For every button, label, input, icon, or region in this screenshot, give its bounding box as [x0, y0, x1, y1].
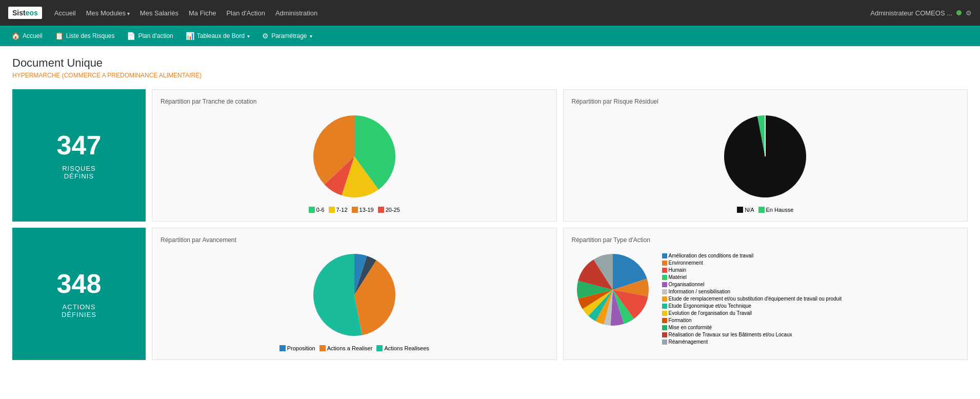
legend-dot-materiel — [662, 275, 667, 280]
logo[interactable]: Sisteos — [8, 7, 42, 19]
chart-avancement-title: Répartition par Avancement — [161, 236, 548, 244]
chart-residuel-container — [572, 110, 959, 203]
legend-organisationnel: Organisationnel — [662, 282, 705, 287]
legend-mise-conformite: Mise en conformité — [662, 325, 712, 330]
subnav-tableaux-label: Tableaux de Bord — [197, 32, 245, 39]
legend-label-20-25: 20-25 — [386, 207, 400, 213]
legend-dot-13-19 — [352, 207, 358, 213]
legend-dot-realisation-travaux — [662, 332, 667, 337]
subnav-accueil[interactable]: 🏠 Accueil — [6, 29, 48, 43]
legend-label-actions-realisees: Actions Realisees — [384, 345, 429, 351]
nav-salaries[interactable]: Mes Salariés — [140, 9, 178, 17]
risques-label: RISQUESDÉFINIS — [62, 165, 96, 180]
legend-information: Information / sensibilisation — [662, 289, 731, 294]
legend-label-information: Information / sensibilisation — [669, 289, 731, 294]
legend-reamenagement: Réaménagement — [662, 339, 708, 345]
legend-dot-actions-realiser — [319, 345, 326, 351]
chart-cotation-card: Répartition par Tranche de cotation 0-6 … — [152, 89, 557, 222]
chart-type-action-legend-container: Amélioration des conditions de travail E… — [662, 249, 959, 345]
chart-residuel-legend: N/A En Hausse — [572, 207, 959, 213]
chart-type-action-body: Amélioration des conditions de travail E… — [572, 249, 959, 345]
chart-avancement-card: Répartition par Avancement Proposition A… — [152, 228, 557, 360]
legend-label-proposition: Proposition — [287, 345, 315, 351]
legend-dot-amelioration — [662, 253, 667, 258]
subnav-parametrage-label: Paramétrage — [271, 32, 307, 39]
legend-dot-etude-ergonomique — [662, 304, 667, 309]
subnav-tableaux[interactable]: 📊 Tableaux de Bord — [181, 29, 255, 43]
legend-humain: Humain — [662, 267, 686, 273]
chart-cotation-svg — [308, 110, 401, 203]
legend-label-evolution: Evolution de l'organisation du Travail — [669, 310, 752, 316]
subnav-plan[interactable]: 📄 Plan d'action — [122, 29, 178, 43]
nav-admin[interactable]: Administration — [275, 9, 317, 17]
chart-cotation-legend: 0-6 7-12 13-19 20-25 — [161, 207, 548, 213]
legend-materiel: Matériel — [662, 274, 687, 280]
dashboard-row-1: 347 RISQUESDÉFINIS Répartition par Tranc… — [12, 89, 968, 222]
legend-dot-humain — [662, 268, 667, 273]
chart-avancement-legend: Proposition Actions a Realiser Actions R… — [161, 345, 548, 351]
legend-label-amelioration: Amélioration des conditions de travail — [669, 253, 754, 258]
chart-cotation-container — [161, 110, 548, 203]
legend-dot-actions-realisees — [376, 345, 383, 351]
legend-na: N/A — [737, 207, 754, 213]
legend-7-12: 7-12 — [329, 207, 348, 213]
chart-type-action-card: Répartition par Type d'Action Améliorati… — [563, 228, 968, 360]
legend-amelioration: Amélioration des conditions de travail — [662, 253, 754, 258]
list-icon: 📋 — [55, 32, 64, 40]
chart-avancement-container — [161, 249, 548, 341]
nav-plan[interactable]: Plan d'Action — [226, 9, 265, 17]
legend-dot-formation — [662, 318, 667, 323]
subnav-plan-label: Plan d'action — [138, 32, 173, 39]
subnav-parametrage[interactable]: ⚙ Paramétrage — [257, 29, 317, 43]
sub-navigation: 🏠 Accueil 📋 Liste des Risques 📄 Plan d'a… — [0, 26, 980, 46]
home-icon: 🏠 — [11, 32, 20, 40]
legend-label-0-6: 0-6 — [316, 207, 325, 213]
nav-modules[interactable]: Mes Modules — [86, 9, 130, 17]
legend-dot-information — [662, 289, 667, 294]
legend-evolution: Evolution de l'organisation du Travail — [662, 310, 752, 316]
legend-dot-en-hausse — [758, 207, 765, 213]
chart-cotation-title: Répartition par Tranche de cotation — [161, 98, 548, 105]
subnav-risques[interactable]: 📋 Liste des Risques — [50, 29, 120, 43]
page-subtitle: HYPERMARCHE (COMMERCE A PREDOMINANCE ALI… — [12, 72, 968, 79]
chart-type-action-title: Répartition par Type d'Action — [572, 236, 959, 244]
legend-actions-realisees: Actions Realisees — [376, 345, 429, 351]
legend-formation: Formation — [662, 317, 692, 323]
legend-label-realisation-travaux: Réalisation de Travaux sur les Bâtiments… — [669, 332, 792, 337]
legend-dot-20-25 — [378, 207, 384, 213]
legend-label-en-hausse: En Hausse — [766, 207, 794, 213]
legend-20-25: 20-25 — [378, 207, 400, 213]
chart-type-action-svg-container — [572, 249, 654, 332]
legend-en-hausse: En Hausse — [758, 207, 794, 213]
legend-dot-environnement — [662, 261, 667, 266]
legend-0-6: 0-6 — [309, 207, 325, 213]
main-content: Document Unique HYPERMARCHE (COMMERCE A … — [0, 46, 980, 399]
legend-label-formation: Formation — [669, 317, 692, 323]
risques-stat-card: 347 RISQUESDÉFINIS — [12, 89, 146, 222]
legend-dot-na — [737, 207, 743, 213]
settings-icon[interactable]: ⚙ — [966, 9, 972, 17]
legend-etude-ergonomique: Etude Ergonomique et/ou Technique — [662, 303, 752, 309]
top-nav-left: Sisteos Accueil Mes Modules Mes Salariés… — [8, 7, 317, 19]
legend-label-7-12: 7-12 — [336, 207, 348, 213]
chart-icon: 📊 — [186, 32, 194, 40]
chart-residuel-title: Répartition par Risque Résiduel — [572, 98, 959, 105]
legend-dot-7-12 — [329, 207, 335, 213]
top-navigation: Sisteos Accueil Mes Modules Mes Salariés… — [0, 0, 980, 26]
legend-label-etude-remplacement: Etude de remplacement et/ou substitution… — [669, 296, 842, 302]
nav-accueil[interactable]: Accueil — [54, 9, 76, 17]
legend-label-na: N/A — [745, 207, 754, 213]
legend-label-actions-realiser: Actions a Realiser — [327, 345, 373, 351]
legend-dot-reamenagement — [662, 340, 667, 345]
legend-dot-evolution — [662, 311, 667, 316]
legend-dot-etude-remplacement — [662, 296, 667, 302]
user-name: Administrateur COMEOS ... — [870, 9, 952, 17]
actions-stat-card: 348 ACTIONSDÉFINIES — [12, 228, 146, 360]
legend-dot-mise-conformite — [662, 325, 667, 330]
nav-fiche[interactable]: Ma Fiche — [189, 9, 216, 17]
chart-residuel-svg — [719, 110, 811, 203]
legend-label-reamenagement: Réaménagement — [669, 339, 708, 345]
legend-environnement: Environnement — [662, 260, 703, 266]
top-nav-right: Administrateur COMEOS ... ⚙ — [870, 9, 972, 17]
legend-label-etude-ergonomique: Etude Ergonomique et/ou Technique — [669, 303, 752, 309]
